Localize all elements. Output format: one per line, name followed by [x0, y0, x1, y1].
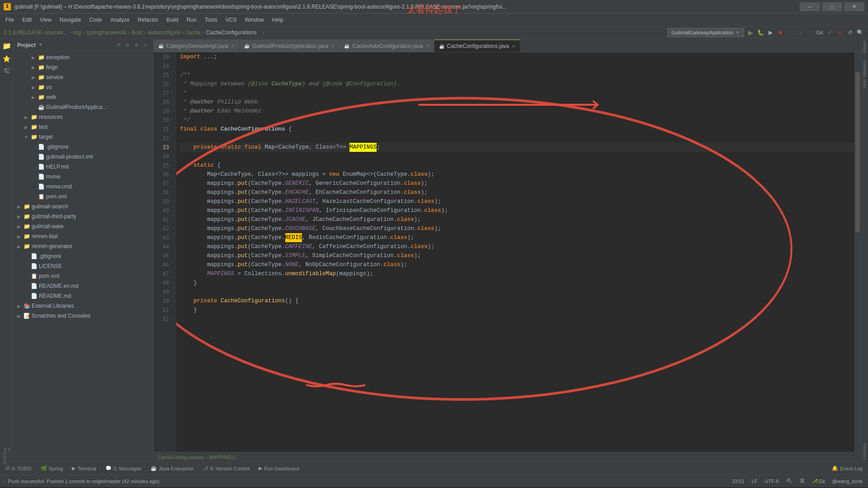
run-coverage-button[interactable]: ▶ [766, 28, 775, 37]
tree-item-test[interactable]: ▶ 📁 test [14, 122, 153, 132]
tab-gulimall-product[interactable]: ☕ GulimallProductApplication.java ✕ [240, 39, 340, 52]
bc-mappings[interactable]: MAPPINGS [209, 455, 235, 460]
tree-item-search[interactable]: ▶ 📁 gulimall-search [14, 202, 153, 211]
breadcrumb-cache[interactable]: cache [186, 29, 201, 36]
tree-item-readme[interactable]: 📄 README.md [14, 291, 153, 301]
tree-item-renren-generator[interactable]: ▶ 📁 renren-generator [14, 241, 153, 251]
menu-navigate[interactable]: Navigate [56, 16, 85, 24]
code-content[interactable]: import ...; /** * Mappings between {@lin… [176, 52, 854, 452]
tree-item-mvnwcmd[interactable]: 📄 mvnw.cmd [14, 182, 153, 192]
activity-structure[interactable]: 🏗 [1, 66, 12, 77]
line-separator[interactable]: LF [750, 476, 759, 487]
maven-sidebar[interactable]: Maven [861, 39, 868, 55]
breadcrumb-org[interactable]: org [73, 29, 80, 36]
breadcrumb-autoconfigure[interactable]: autoconfigure [148, 29, 181, 36]
sync-icon[interactable]: ⟳ [114, 41, 123, 49]
tab-run-dashboard[interactable]: ▶ Run Dashboard [255, 464, 302, 474]
tree-item-target[interactable]: ▼ 📁 target [14, 132, 153, 142]
tree-item-license[interactable]: 📄 LICENSE [14, 261, 153, 271]
tree-item-readme-en[interactable]: 📄 README.en.md [14, 281, 153, 291]
menu-code[interactable]: Code [85, 16, 106, 24]
run-config-selector[interactable]: GulimallGatewayApplication ▼ [667, 28, 744, 37]
power-icon[interactable]: 🔌 [784, 476, 794, 487]
run-button[interactable]: ▶ [746, 28, 755, 37]
tree-item-resources[interactable]: ▶ 📁 resources [14, 112, 153, 122]
tab-spring[interactable]: 🌿 Spring [37, 464, 67, 474]
collapse-icon[interactable]: ⊟ [123, 41, 132, 49]
tab-close-cache-configs[interactable]: ✕ [512, 44, 515, 49]
tree-item-mvnw[interactable]: 📄 mvnw [14, 172, 153, 182]
menu-tools[interactable]: Tools [201, 16, 221, 24]
breadcrumb-sources[interactable]: 2.1.8.RELEASE-sources... [4, 29, 67, 36]
activity-project[interactable]: 📁 [1, 41, 12, 52]
git-check[interactable]: ✓ [826, 28, 835, 37]
git-x[interactable]: ✕ [835, 28, 844, 37]
menu-run[interactable]: Run [183, 16, 200, 24]
tree-item-root-pom[interactable]: 📋 pom.xml [14, 271, 153, 281]
tree-item-third-party[interactable]: ▶ 📁 gulimall-third-party [14, 211, 153, 221]
breadcrumb-boot[interactable]: boot [132, 29, 142, 36]
activity-bottom1[interactable]: 1: Project [1, 451, 12, 462]
favorites-sidebar[interactable]: Favorites [861, 441, 868, 462]
git-push-button[interactable]: ↑ [806, 28, 815, 37]
maximize-button[interactable]: □ [822, 2, 842, 11]
tree-item-service[interactable]: ▶ 📁 service [14, 72, 153, 82]
close-button[interactable]: ✕ [844, 2, 864, 11]
user-info[interactable]: @wang_book [830, 476, 864, 487]
menu-analyze[interactable]: Analyze [107, 16, 133, 24]
tree-item-ware[interactable]: ▶ 📁 gulimall-ware [14, 221, 153, 231]
git-update2[interactable]: ↺ [845, 28, 854, 37]
bc-cache-configurations[interactable]: CacheConfigurations [157, 455, 204, 460]
git-status[interactable]: ⎇ Git [810, 476, 827, 487]
tab-close-cache-auto[interactable]: ✕ [426, 43, 429, 48]
tab-terminal[interactable]: ▶ Terminal [68, 464, 100, 474]
tree-item-iml[interactable]: 📄 gulimall-product.iml [14, 152, 153, 162]
menu-build[interactable]: Build [163, 16, 182, 24]
stop-button[interactable]: ■ [776, 28, 785, 37]
code-editor[interactable]: 19 24 25 26 27 28 29 30 31 32 33 34 35 3… [154, 52, 861, 452]
tree-item-ext-libs[interactable]: ▶ 📚 External Libraries [14, 301, 153, 311]
menu-window[interactable]: Window [241, 16, 268, 24]
tab-category-service[interactable]: ☕ CategoryServiceImpl.java ✕ [154, 39, 240, 52]
tab-close-category[interactable]: ✕ [231, 43, 235, 48]
tab-messages[interactable]: 💬 0: Messages [102, 464, 145, 474]
menu-file[interactable]: File [2, 16, 18, 24]
tree-item-scratches[interactable]: ▶ 📝 Scratches and Consoles [14, 311, 153, 321]
minimize-button[interactable]: ─ [800, 2, 820, 11]
bean-validation-sidebar[interactable]: Bean Validation [861, 58, 868, 90]
tree-item-vo[interactable]: ▶ 📁 vo [14, 82, 153, 92]
settings-icon[interactable]: ⚙ [132, 41, 141, 49]
tree-item-pom-product[interactable]: 📋 pom.xml [14, 192, 153, 202]
encoding[interactable]: UTF-8 [763, 476, 780, 487]
tab-version-control[interactable]: ⎇ 9: Version Control [199, 464, 253, 474]
menu-edit[interactable]: Edit [19, 16, 35, 24]
tree-item-gulimall-product-app[interactable]: ☕ GulimallProductApplica... [14, 102, 153, 112]
tree-item-root-gitignore[interactable]: 📄 .gitignore [14, 251, 153, 261]
tree-item-feign[interactable]: ▶ 📁 feign [14, 62, 153, 72]
tree-item-renren-fast[interactable]: ▶ 📁 renren-fast [14, 231, 153, 241]
activity-favorites[interactable]: ⭐ [1, 53, 12, 64]
lang-switch[interactable]: 英 [798, 476, 807, 487]
tab-event-log[interactable]: 🔔 Event Log [828, 464, 866, 474]
tree-item-web[interactable]: ▶ 📁 web [14, 92, 153, 102]
tree-item-exception[interactable]: ▶ 📁 exception [14, 52, 153, 62]
tab-java-enterprise[interactable]: ☕ Java Enterprise [147, 464, 197, 474]
tab-close-product[interactable]: ✕ [331, 43, 335, 48]
menu-view[interactable]: View [36, 16, 55, 24]
debug-button[interactable]: 🐛 [756, 28, 765, 37]
menu-refactor[interactable]: Refactor [134, 16, 162, 24]
scroll-thumb[interactable] [855, 72, 860, 232]
tree-item-help[interactable]: 📄 HELP.md [14, 162, 153, 172]
code-line-47: MAPPINGS = Collections.unmodifiableMap(m… [180, 269, 854, 278]
breadcrumb-springframework[interactable]: springframework [86, 29, 127, 36]
menu-vcs[interactable]: VCS [222, 16, 241, 24]
git-update-button[interactable]: ↓ [796, 28, 805, 37]
hide-icon[interactable]: ✕ [142, 41, 150, 49]
menu-help[interactable]: Help [269, 16, 287, 24]
tab-todo[interactable]: ☑ 6: TODO [2, 464, 35, 474]
search-everywhere[interactable]: 🔍 [855, 28, 864, 37]
tab-cache-configs[interactable]: ☕ CacheConfigurations.java ✕ [434, 39, 520, 52]
tree-item-gitignore[interactable]: 📄 .gitignore [14, 142, 153, 152]
tab-cache-auto[interactable]: ☕ CacheAutoConfiguration.java ✕ [340, 39, 434, 52]
cursor-position[interactable]: 33:51 [730, 476, 746, 487]
